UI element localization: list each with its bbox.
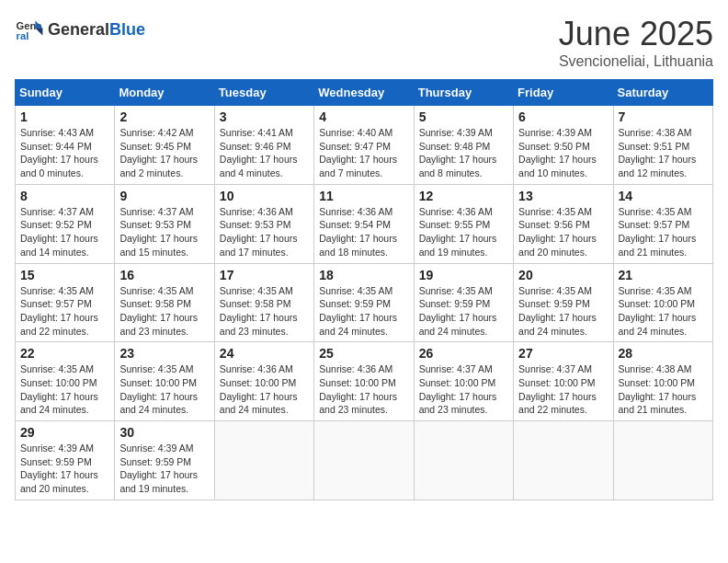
daylight-label: Daylight: 17 hours and 21 minutes.	[619, 233, 697, 258]
daylight-label: Daylight: 17 hours and 2 minutes.	[119, 154, 198, 178]
daylight-label: Daylight: 17 hours and 24 minutes.	[20, 391, 98, 416]
day-number: 29	[20, 425, 109, 440]
day-cell: 9 Sunrise: 4:37 AM Sunset: 9:53 PM Dayli…	[115, 184, 214, 263]
sunrise-label: Sunrise: 4:36 AM	[319, 206, 392, 217]
day-cell: 3 Sunrise: 4:41 AM Sunset: 9:46 PM Dayli…	[214, 106, 313, 185]
day-info: Sunrise: 4:40 AM Sunset: 9:47 PM Dayligh…	[319, 126, 408, 180]
day-number: 4	[319, 109, 408, 124]
sunrise-label: Sunrise: 4:35 AM	[20, 363, 94, 374]
svg-text:ral: ral	[17, 30, 29, 41]
day-number: 3	[220, 109, 309, 124]
day-info: Sunrise: 4:35 AM Sunset: 9:57 PM Dayligh…	[619, 205, 708, 259]
week-row-2: 8 Sunrise: 4:37 AM Sunset: 9:52 PM Dayli…	[16, 184, 713, 263]
day-info: Sunrise: 4:36 AM Sunset: 10:00 PM Daylig…	[319, 362, 408, 417]
day-cell: 19 Sunrise: 4:35 AM Sunset: 9:59 PM Dayl…	[414, 263, 513, 342]
week-row-3: 15 Sunrise: 4:35 AM Sunset: 9:57 PM Dayl…	[16, 263, 713, 342]
sunrise-label: Sunrise: 4:36 AM	[220, 363, 293, 374]
day-number: 20	[518, 268, 608, 282]
sunset-label: Sunset: 9:57 PM	[619, 219, 690, 230]
day-cell	[514, 421, 613, 500]
day-info: Sunrise: 4:35 AM Sunset: 9:59 PM Dayligh…	[419, 284, 508, 339]
daylight-label: Daylight: 17 hours and 22 minutes.	[518, 391, 597, 416]
day-info: Sunrise: 4:37 AM Sunset: 10:00 PM Daylig…	[419, 362, 508, 417]
daylight-label: Daylight: 17 hours and 22 minutes.	[20, 312, 98, 337]
day-number: 15	[20, 268, 109, 282]
sunset-label: Sunset: 9:55 PM	[419, 219, 491, 230]
daylight-label: Daylight: 17 hours and 8 minutes.	[419, 154, 497, 178]
day-cell	[214, 421, 313, 500]
day-cell: 6 Sunrise: 4:39 AM Sunset: 9:50 PM Dayli…	[514, 106, 613, 185]
sunset-label: Sunset: 9:53 PM	[119, 219, 191, 230]
logo-text: GeneralBlue	[48, 20, 145, 40]
day-cell: 4 Sunrise: 4:40 AM Sunset: 9:47 PM Dayli…	[314, 106, 414, 185]
daylight-label: Daylight: 17 hours and 24 minutes.	[119, 391, 198, 416]
daylight-label: Daylight: 17 hours and 18 minutes.	[319, 233, 397, 258]
sunrise-label: Sunrise: 4:39 AM	[518, 127, 592, 138]
sunset-label: Sunset: 9:53 PM	[220, 219, 291, 230]
sunset-label: Sunset: 9:59 PM	[518, 298, 590, 309]
daylight-label: Daylight: 17 hours and 21 minutes.	[619, 391, 697, 416]
sunset-label: Sunset: 9:47 PM	[319, 141, 391, 152]
day-info: Sunrise: 4:38 AM Sunset: 10:00 PM Daylig…	[619, 362, 708, 417]
sunrise-label: Sunrise: 4:39 AM	[119, 442, 193, 454]
day-info: Sunrise: 4:35 AM Sunset: 10:00 PM Daylig…	[119, 362, 209, 417]
sunrise-label: Sunrise: 4:41 AM	[220, 127, 293, 138]
logo-blue: Blue	[109, 20, 145, 40]
sunset-label: Sunset: 10:00 PM	[518, 377, 595, 388]
day-cell: 7 Sunrise: 4:38 AM Sunset: 9:51 PM Dayli…	[613, 106, 712, 185]
sunset-label: Sunset: 9:58 PM	[220, 298, 291, 309]
header-tuesday: Tuesday	[214, 80, 313, 106]
sunset-label: Sunset: 9:44 PM	[20, 141, 92, 152]
sunset-label: Sunset: 9:48 PM	[419, 141, 491, 152]
daylight-label: Daylight: 17 hours and 17 minutes.	[220, 233, 298, 258]
day-info: Sunrise: 4:39 AM Sunset: 9:59 PM Dayligh…	[119, 442, 209, 496]
day-number: 12	[419, 189, 508, 203]
day-number: 14	[619, 189, 708, 203]
day-info: Sunrise: 4:35 AM Sunset: 9:57 PM Dayligh…	[20, 284, 109, 339]
header-saturday: Saturday	[613, 80, 712, 106]
calendar-table: SundayMondayTuesdayWednesdayThursdayFrid…	[15, 79, 713, 500]
sunset-label: Sunset: 9:59 PM	[319, 298, 391, 309]
day-info: Sunrise: 4:35 AM Sunset: 9:56 PM Dayligh…	[518, 205, 608, 259]
day-cell: 11 Sunrise: 4:36 AM Sunset: 9:54 PM Dayl…	[314, 184, 414, 263]
sunrise-label: Sunrise: 4:39 AM	[20, 442, 94, 454]
day-number: 26	[419, 346, 508, 361]
day-number: 25	[319, 346, 408, 361]
day-info: Sunrise: 4:39 AM Sunset: 9:48 PM Dayligh…	[419, 126, 508, 180]
sunset-label: Sunset: 9:54 PM	[319, 219, 391, 230]
day-info: Sunrise: 4:43 AM Sunset: 9:44 PM Dayligh…	[20, 126, 109, 180]
day-cell: 28 Sunrise: 4:38 AM Sunset: 10:00 PM Day…	[613, 342, 712, 421]
day-cell: 20 Sunrise: 4:35 AM Sunset: 9:59 PM Dayl…	[514, 263, 613, 342]
sunrise-label: Sunrise: 4:35 AM	[319, 285, 392, 296]
day-number: 2	[119, 109, 209, 124]
sunrise-label: Sunrise: 4:37 AM	[518, 363, 592, 374]
sunrise-label: Sunrise: 4:35 AM	[119, 363, 193, 374]
day-cell: 21 Sunrise: 4:35 AM Sunset: 10:00 PM Day…	[613, 263, 712, 342]
day-info: Sunrise: 4:35 AM Sunset: 9:59 PM Dayligh…	[319, 284, 408, 339]
day-info: Sunrise: 4:39 AM Sunset: 9:50 PM Dayligh…	[518, 126, 608, 180]
sunset-label: Sunset: 10:00 PM	[319, 377, 395, 388]
day-info: Sunrise: 4:37 AM Sunset: 9:52 PM Dayligh…	[20, 205, 109, 259]
day-info: Sunrise: 4:36 AM Sunset: 10:00 PM Daylig…	[220, 362, 309, 417]
daylight-label: Daylight: 17 hours and 24 minutes.	[419, 312, 497, 337]
day-info: Sunrise: 4:37 AM Sunset: 9:53 PM Dayligh…	[119, 205, 209, 259]
sunrise-label: Sunrise: 4:40 AM	[319, 127, 392, 138]
sunrise-label: Sunrise: 4:35 AM	[619, 206, 692, 217]
daylight-label: Daylight: 17 hours and 24 minutes.	[518, 312, 597, 337]
day-number: 9	[119, 189, 209, 203]
week-row-1: 1 Sunrise: 4:43 AM Sunset: 9:44 PM Dayli…	[16, 106, 713, 185]
day-number: 8	[20, 189, 109, 203]
day-cell: 5 Sunrise: 4:39 AM Sunset: 9:48 PM Dayli…	[414, 106, 513, 185]
sunrise-label: Sunrise: 4:35 AM	[220, 285, 293, 296]
sunset-label: Sunset: 9:50 PM	[518, 141, 590, 152]
daylight-label: Daylight: 17 hours and 23 minutes.	[220, 312, 298, 337]
daylight-label: Daylight: 17 hours and 23 minutes.	[419, 391, 497, 416]
logo-icon: Gene ral	[15, 15, 44, 44]
sunrise-label: Sunrise: 4:42 AM	[119, 127, 193, 138]
day-number: 16	[119, 268, 209, 282]
sunset-label: Sunset: 9:52 PM	[20, 219, 92, 230]
sunrise-label: Sunrise: 4:35 AM	[619, 285, 692, 296]
sunset-label: Sunset: 9:59 PM	[419, 298, 491, 309]
sunset-label: Sunset: 10:00 PM	[119, 377, 196, 388]
day-cell: 27 Sunrise: 4:37 AM Sunset: 10:00 PM Day…	[514, 342, 613, 421]
